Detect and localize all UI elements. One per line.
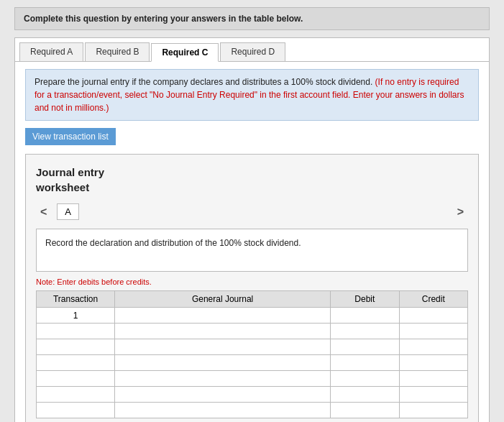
credit-cell[interactable] (399, 371, 467, 387)
description-main: Prepare the journal entry if the company… (35, 77, 372, 87)
debit-cell[interactable] (331, 308, 399, 324)
credit-cell[interactable] (399, 387, 467, 403)
general-journal-input[interactable] (119, 405, 326, 416)
col-header-general-journal: General Journal (115, 291, 331, 308)
credit-input[interactable] (404, 342, 463, 352)
col-header-transaction: Transaction (37, 291, 115, 308)
tabs-bar: Required A Required B Required C Require… (14, 37, 490, 61)
credit-input[interactable] (404, 374, 463, 384)
credit-cell[interactable] (399, 403, 467, 418)
table-row (37, 324, 468, 339)
debit-cell[interactable] (331, 339, 399, 355)
worksheet-container: Journal entryworksheet < A > Record the … (25, 154, 479, 422)
general-journal-cell[interactable] (115, 371, 331, 387)
debit-input[interactable] (335, 342, 394, 352)
prev-page-arrow[interactable]: < (36, 204, 51, 220)
table-row (37, 339, 468, 355)
tab-required-a[interactable]: Required A (19, 42, 83, 61)
credit-cell[interactable] (399, 339, 467, 355)
transaction-cell (37, 371, 115, 387)
debit-input[interactable] (335, 311, 394, 321)
general-journal-input[interactable] (119, 326, 326, 336)
general-journal-input[interactable] (119, 311, 326, 321)
debit-input[interactable] (335, 358, 394, 368)
general-journal-cell[interactable] (115, 324, 331, 339)
current-page-box: A (57, 203, 79, 220)
journal-table: Transaction General Journal Debit Credit… (36, 290, 468, 418)
debit-input[interactable] (335, 405, 394, 416)
table-row (37, 387, 468, 403)
credit-cell[interactable] (399, 324, 467, 339)
table-row: 1 (37, 308, 468, 324)
table-row (37, 403, 468, 418)
debit-input[interactable] (335, 326, 394, 336)
credit-input[interactable] (404, 311, 463, 321)
debit-cell[interactable] (331, 403, 399, 418)
note-text: Note: Enter debits before credits. (36, 277, 468, 286)
table-row (37, 371, 468, 387)
general-journal-cell[interactable] (115, 403, 331, 418)
debit-cell[interactable] (331, 355, 399, 371)
content-area: Prepare the journal entry if the company… (14, 61, 490, 422)
general-journal-cell[interactable] (115, 308, 331, 324)
table-row (37, 355, 468, 371)
nav-row: < A > (36, 203, 468, 220)
general-journal-input[interactable] (119, 390, 326, 400)
credit-input[interactable] (404, 405, 463, 416)
transaction-cell (37, 339, 115, 355)
record-description: Record the declaration and distribution … (36, 229, 468, 272)
general-journal-cell[interactable] (115, 387, 331, 403)
description-box: Prepare the journal entry if the company… (25, 69, 479, 121)
worksheet-title: Journal entryworksheet (36, 165, 468, 195)
instruction-bar: Complete this question by entering your … (14, 7, 490, 30)
general-journal-input[interactable] (119, 358, 326, 368)
transaction-cell (37, 387, 115, 403)
transaction-cell (37, 324, 115, 339)
debit-input[interactable] (335, 374, 394, 384)
credit-input[interactable] (404, 390, 463, 400)
tab-required-c[interactable]: Required C (151, 43, 219, 62)
credit-input[interactable] (404, 326, 463, 336)
view-transaction-button[interactable]: View transaction list (25, 128, 116, 145)
transaction-cell: 1 (37, 308, 115, 324)
tab-required-d[interactable]: Required D (220, 42, 285, 61)
general-journal-input[interactable] (119, 342, 326, 352)
col-header-credit: Credit (399, 291, 467, 308)
general-journal-cell[interactable] (115, 339, 331, 355)
general-journal-input[interactable] (119, 374, 326, 384)
credit-cell[interactable] (399, 355, 467, 371)
next-page-arrow[interactable]: > (453, 204, 468, 220)
debit-input[interactable] (335, 390, 394, 400)
tab-required-b[interactable]: Required B (85, 42, 150, 61)
transaction-cell (37, 355, 115, 371)
transaction-cell (37, 403, 115, 418)
debit-cell[interactable] (331, 324, 399, 339)
credit-cell[interactable] (399, 308, 467, 324)
col-header-debit: Debit (331, 291, 399, 308)
debit-cell[interactable] (331, 387, 399, 403)
general-journal-cell[interactable] (115, 355, 331, 371)
debit-cell[interactable] (331, 371, 399, 387)
credit-input[interactable] (404, 358, 463, 368)
